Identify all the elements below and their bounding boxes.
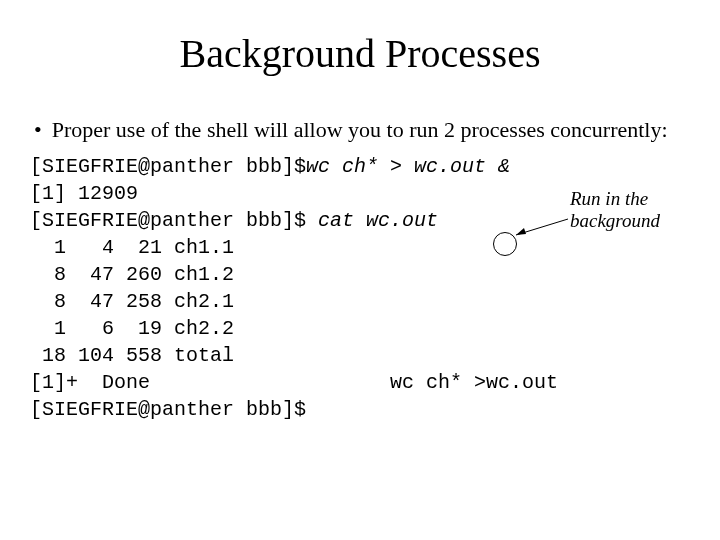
term-line-5: 8 47 260 ch1.2 (30, 263, 234, 286)
term-line-1-prompt: [SIEGFRIE@panther bbb]$ (30, 155, 306, 178)
bullet-text: Proper use of the shell will allow you t… (52, 117, 668, 143)
term-line-3-cmd: cat wc.out (318, 209, 438, 232)
term-line-7: 1 6 19 ch2.2 (30, 317, 234, 340)
slide-title: Background Processes (30, 30, 690, 77)
term-line-3-prompt: [SIEGFRIE@panther bbb]$ (30, 209, 318, 232)
annotation-run-in-background: Run in the background (570, 188, 690, 232)
slide: Background Processes • Proper use of the… (0, 0, 720, 540)
ampersand-circle-icon (493, 232, 517, 256)
term-line-10: [SIEGFRIE@panther bbb]$ (30, 398, 306, 421)
term-line-9: [1]+ Done wc ch* >wc.out (30, 371, 558, 394)
annotation-line-2: background (570, 210, 660, 231)
bullet-item: • Proper use of the shell will allow you… (30, 117, 690, 143)
term-line-1-cmd: wc ch* > wc.out & (306, 155, 510, 178)
term-line-6: 8 47 258 ch2.1 (30, 290, 234, 313)
bullet-dot: • (34, 117, 42, 143)
term-line-8: 18 104 558 total (30, 344, 234, 367)
term-line-4: 1 4 21 ch1.1 (30, 236, 234, 259)
term-line-2: [1] 12909 (30, 182, 138, 205)
annotation-line-1: Run in the (570, 188, 648, 209)
